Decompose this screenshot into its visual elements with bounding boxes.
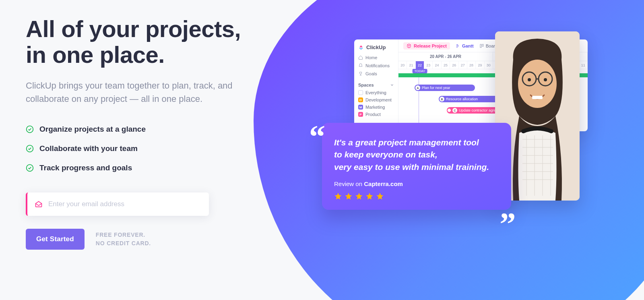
star-icon (345, 192, 353, 200)
hero-headline-line1: All of your projects, (26, 16, 241, 42)
day-cell: 28 (467, 61, 476, 69)
release-project-chip: Release Project (403, 42, 450, 50)
star-icon (376, 192, 384, 200)
space-item-marketing: MMarketing (358, 103, 394, 111)
svg-rect-15 (532, 96, 543, 99)
quote-close-icon: „ (500, 199, 516, 215)
tab-gantt: Gantt (456, 43, 474, 48)
today-pill: TODAY (412, 69, 427, 73)
hero-headline: All of your projects, in one place. (26, 16, 251, 68)
today-line (419, 69, 419, 131)
get-started-button[interactable]: Get Started (26, 229, 85, 250)
week-range: 20 APR - 26 APR (398, 52, 493, 61)
day-cell: 29 (476, 61, 484, 69)
home-icon (358, 55, 363, 60)
cta-note-line2: NO CREDIT CARD. (96, 239, 151, 248)
screenshot-sidebar: ClickUp Home Notifications Goals Spaces … (354, 39, 398, 131)
day-cell: 21 (407, 61, 415, 69)
space-item-everything: Everything (358, 89, 394, 96)
svg-point-14 (544, 78, 547, 81)
testimonial-card: “ It's a great project management tool t… (322, 123, 511, 210)
cta-note: FREE FOREVER. NO CREDIT CARD. (96, 231, 151, 248)
svg-rect-4 (482, 44, 483, 46)
brand: ClickUp (358, 43, 394, 54)
hero-headline-line2: in one place. (26, 41, 165, 68)
testimonial-text: It's a great project management tool to … (334, 137, 499, 173)
feature-bullet: Track progress and goals (26, 163, 251, 172)
day-cell: 26 (450, 61, 458, 69)
day-cell: 11 (579, 61, 588, 69)
check-circle-icon (26, 125, 34, 133)
brand-name: ClickUp (366, 44, 386, 50)
sidebar-item-goals: Goals (358, 70, 394, 78)
day-cell: 30 (485, 61, 493, 69)
clickup-logo-icon (358, 45, 364, 50)
star-icon (355, 192, 363, 200)
day-cell: 22TODAY (416, 61, 424, 69)
svg-rect-3 (480, 44, 481, 48)
space-item-development: DDevelopment (358, 96, 394, 103)
feature-bullets: Organize projects at a glance Collaborat… (26, 125, 251, 172)
board-icon (479, 43, 484, 48)
feature-bullet-text: Collaborate with your team (39, 144, 138, 153)
space-item-product: PProduct (358, 111, 394, 118)
hero-subhead: ClickUp brings your team together to pla… (26, 79, 251, 106)
gantt-bar-resource: BResource allocation (439, 96, 499, 102)
check-circle-icon (26, 164, 34, 172)
day-cell: 24 (433, 61, 441, 69)
star-icon (365, 192, 374, 200)
cube-icon (407, 43, 411, 48)
day-cell: 20 (398, 61, 407, 69)
day-cell: 25 (442, 61, 450, 69)
sidebar-item-notifications: Notifications (358, 62, 394, 70)
testimonial-source: Review on Capterra.com (334, 180, 499, 187)
feature-bullet: Collaborate with your team (26, 144, 251, 153)
mail-open-icon (35, 200, 43, 208)
email-input-container[interactable] (26, 192, 209, 216)
feature-bullet-text: Organize projects at a glance (39, 125, 146, 134)
trophy-icon (358, 71, 363, 76)
chevron-down-icon (390, 83, 394, 87)
check-circle-icon (26, 145, 34, 153)
gantt-icon (456, 43, 460, 48)
day-cell: 27 (459, 61, 467, 69)
gantt-bar-plan: APlan for next year (415, 85, 475, 91)
feature-bullet-text: Track progress and goals (39, 163, 132, 172)
email-input[interactable] (48, 200, 202, 208)
day-cell: 23 (424, 61, 433, 69)
cta-note-line1: FREE FOREVER. (96, 231, 151, 239)
feature-bullet: Organize projects at a glance (26, 125, 251, 134)
star-rating (334, 192, 499, 200)
sidebar-spaces-header: Spaces (358, 81, 394, 89)
bell-icon (358, 63, 363, 68)
svg-point-13 (528, 78, 531, 81)
sidebar-item-home: Home (358, 54, 394, 62)
quote-open-icon: “ (309, 128, 325, 145)
star-icon (334, 192, 342, 200)
